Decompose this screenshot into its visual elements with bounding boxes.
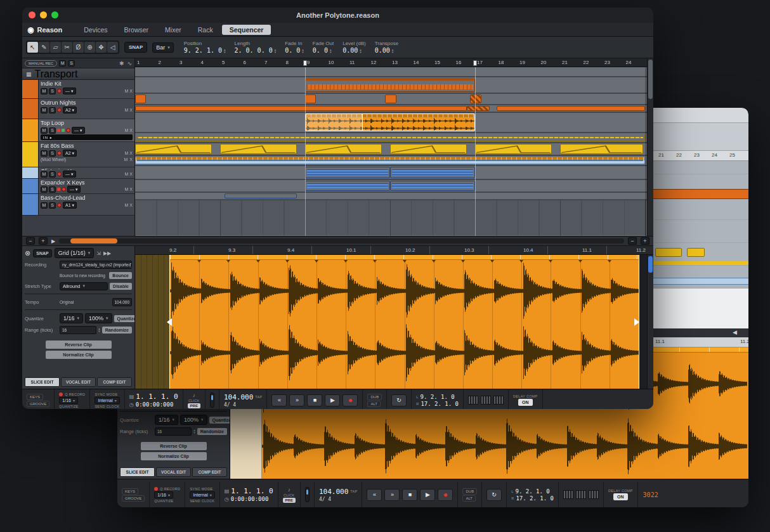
waveform-display[interactable] bbox=[170, 260, 639, 384]
track-mute-button[interactable]: M bbox=[41, 171, 48, 178]
back-yellow-clip[interactable] bbox=[687, 248, 705, 257]
lane-delete-button[interactable]: X bbox=[129, 203, 133, 207]
normalize-clip-button[interactable]: Normalize Clip bbox=[46, 351, 112, 359]
field-stepper[interactable]: ▴▾ bbox=[330, 48, 332, 53]
track-solo-button[interactable]: S bbox=[49, 107, 56, 114]
lane-delete-button[interactable]: X bbox=[129, 108, 133, 112]
master-mute-button[interactable]: M bbox=[59, 60, 66, 67]
track-solo-button[interactable]: S bbox=[49, 150, 56, 157]
time-position-display[interactable]: 0:00:00:000 bbox=[136, 401, 174, 408]
scroll-left-icon[interactable]: ◀ bbox=[733, 329, 737, 335]
edit-tab-slice-edit[interactable]: SLICE EDIT bbox=[25, 377, 60, 387]
track-header-top-loop[interactable]: Top LoopMS—▾MXIN ▸ bbox=[22, 119, 134, 142]
field-value[interactable]: 0. 0 bbox=[285, 47, 300, 54]
fast-forward-button[interactable]: » bbox=[384, 489, 400, 501]
loop-button[interactable]: ↻ bbox=[391, 394, 407, 406]
track-output-dropdown[interactable]: —▾ bbox=[63, 88, 76, 94]
edit-tab-comp-edit[interactable]: COMP EDIT bbox=[97, 377, 132, 387]
clip-mod-wheel[interactable] bbox=[560, 144, 643, 154]
wave-vertical-scrollbar[interactable] bbox=[647, 255, 653, 389]
lane-mute-button[interactable]: M bbox=[124, 157, 127, 162]
time-position-display[interactable]: 0:00:00:000 bbox=[231, 496, 269, 502]
clip-outrun-b[interactable] bbox=[497, 106, 646, 111]
clip-outrun-a[interactable] bbox=[305, 94, 316, 103]
wave-edit-clip[interactable] bbox=[169, 255, 639, 389]
tap-tempo-button[interactable]: TAP bbox=[255, 395, 262, 399]
clip-mod-wheel[interactable] bbox=[390, 144, 467, 154]
lane-mute-button[interactable]: M bbox=[124, 108, 128, 112]
track-solo-button[interactable]: S bbox=[49, 171, 56, 178]
lane-mute-button[interactable]: M bbox=[124, 187, 128, 191]
track-mute-button[interactable]: M bbox=[41, 202, 48, 209]
quantize-grid-dropdown[interactable]: 1/16▾ bbox=[155, 415, 178, 425]
clip-expander-x-keys[interactable] bbox=[305, 167, 390, 178]
zoom-out-button[interactable]: − bbox=[628, 237, 637, 245]
track-output-dropdown[interactable]: —▾ bbox=[63, 171, 76, 178]
clip-top-loop[interactable] bbox=[305, 114, 475, 131]
field-value[interactable]: 9. 2. 1. 0 bbox=[184, 47, 222, 54]
range-stepper[interactable]: ▴▾ bbox=[98, 327, 100, 332]
clip-mod-wheel[interactable] bbox=[135, 144, 212, 154]
clip-slice-header[interactable] bbox=[170, 255, 639, 260]
pencil-tool-icon[interactable]: ✎ bbox=[39, 42, 49, 53]
track-header-fat-80s-bass[interactable]: Fat 80s BassMSA2▾MX(Mod Wheel)MX bbox=[22, 142, 134, 167]
field-stepper[interactable]: ▴▾ bbox=[224, 48, 226, 53]
field-stepper[interactable]: ▴▾ bbox=[275, 48, 277, 53]
track-solo-button[interactable]: S bbox=[49, 186, 56, 193]
lane-mute-button[interactable]: M bbox=[124, 128, 128, 133]
pre-count-button[interactable]: PRE bbox=[283, 498, 296, 503]
normalize-clip-button[interactable]: Normalize Clip bbox=[141, 452, 207, 460]
sync-mode-dropdown[interactable]: Internal▾ bbox=[95, 397, 119, 404]
clip-mod-wheel[interactable] bbox=[475, 144, 552, 154]
arrangement-area[interactable]: 1234567891011121314151617181920212223242… bbox=[135, 58, 647, 236]
record-arm-button[interactable] bbox=[57, 151, 62, 155]
clip-outrun-a[interactable] bbox=[385, 94, 396, 103]
field-stepper[interactable]: ▴▾ bbox=[360, 48, 362, 53]
snap-button[interactable]: SNAP bbox=[124, 42, 147, 53]
keys-button[interactable]: KEYS bbox=[122, 488, 138, 495]
fast-forward-button[interactable]: » bbox=[289, 394, 304, 406]
zoom-fit-icon[interactable]: ⇲ bbox=[96, 250, 101, 256]
edit-snap-button[interactable]: SNAP bbox=[33, 249, 51, 257]
zoom-window-button[interactable] bbox=[51, 11, 58, 18]
rewind-button[interactable]: « bbox=[367, 489, 382, 501]
clip-expander-x-keys[interactable] bbox=[390, 167, 475, 178]
close-clip-icon[interactable]: ⊗ bbox=[25, 249, 30, 257]
reverse-clip-button[interactable]: Reverse Clip bbox=[141, 442, 207, 450]
step-down-icon[interactable]: ▾ bbox=[224, 51, 226, 53]
loop-end-display[interactable]: 17. 2. 1. 0 bbox=[516, 495, 554, 502]
pointer-tool-icon[interactable]: ↖ bbox=[27, 42, 38, 53]
quantize-button[interactable]: Quantize bbox=[114, 315, 135, 322]
lane-delete-button[interactable]: X bbox=[129, 187, 133, 191]
quantize-button[interactable]: Quantize bbox=[209, 417, 230, 424]
selection-handle-left[interactable] bbox=[163, 318, 172, 326]
record-arm-button[interactable] bbox=[62, 187, 66, 191]
delay-comp-on-button[interactable]: ON bbox=[613, 493, 628, 500]
track-mute-button[interactable]: M bbox=[41, 127, 48, 134]
record-button[interactable]: ● bbox=[343, 394, 358, 406]
track-output-dropdown[interactable]: A1▾ bbox=[63, 202, 77, 209]
field-value[interactable]: 0. 0 bbox=[313, 47, 328, 54]
track-solo-button[interactable]: S bbox=[49, 88, 56, 94]
razor-tool-icon[interactable]: ✂ bbox=[62, 42, 72, 53]
song-position-display[interactable]: 1. 1. 1. 0 bbox=[231, 487, 273, 495]
q-record-indicator[interactable] bbox=[59, 393, 63, 396]
song-position-display[interactable]: 1. 1. 1. 0 bbox=[136, 393, 178, 401]
field-stepper[interactable]: ▴▾ bbox=[302, 48, 304, 53]
track-solo-button[interactable]: S bbox=[49, 202, 56, 209]
lane-mute-button[interactable]: M bbox=[124, 89, 128, 93]
edit-tab-comp-edit[interactable]: COMP EDIT bbox=[192, 467, 227, 477]
loop-start-marker[interactable] bbox=[303, 60, 307, 66]
loop-start-display[interactable]: 9. 2. 1. 0 bbox=[516, 488, 550, 495]
lane-delete-button[interactable]: X bbox=[129, 157, 133, 162]
reverse-clip-button[interactable]: Reverse Clip bbox=[46, 341, 112, 349]
master-solo-button[interactable]: S bbox=[68, 60, 75, 67]
scrollbar-thumb[interactable] bbox=[70, 238, 117, 243]
record-arm-button[interactable] bbox=[57, 203, 62, 207]
click-level-slider[interactable] bbox=[305, 487, 310, 502]
zoom-out-button[interactable]: − bbox=[26, 237, 35, 245]
randomize-button[interactable]: Randomize bbox=[197, 428, 227, 435]
record-arm-button[interactable] bbox=[57, 89, 62, 93]
eraser-tool-icon[interactable]: ▱ bbox=[50, 42, 61, 53]
step-down-icon[interactable]: ▾ bbox=[193, 431, 195, 434]
